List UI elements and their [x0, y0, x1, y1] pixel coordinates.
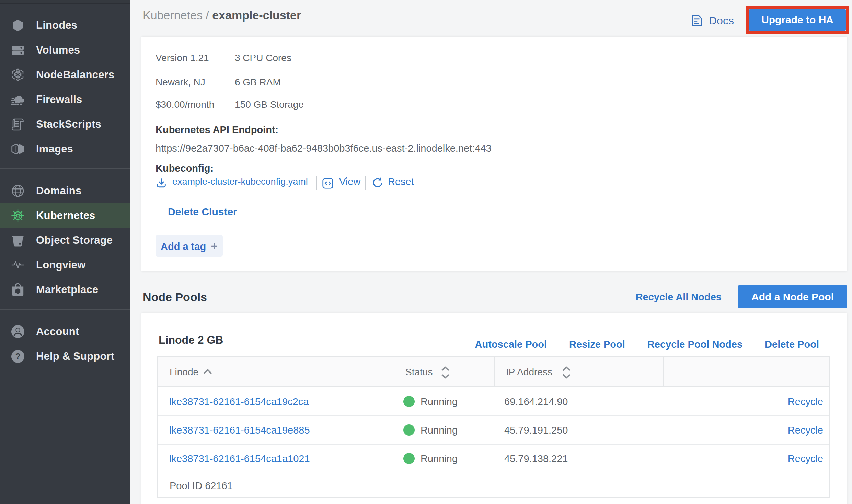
svg-text:?: ? — [15, 352, 21, 361]
